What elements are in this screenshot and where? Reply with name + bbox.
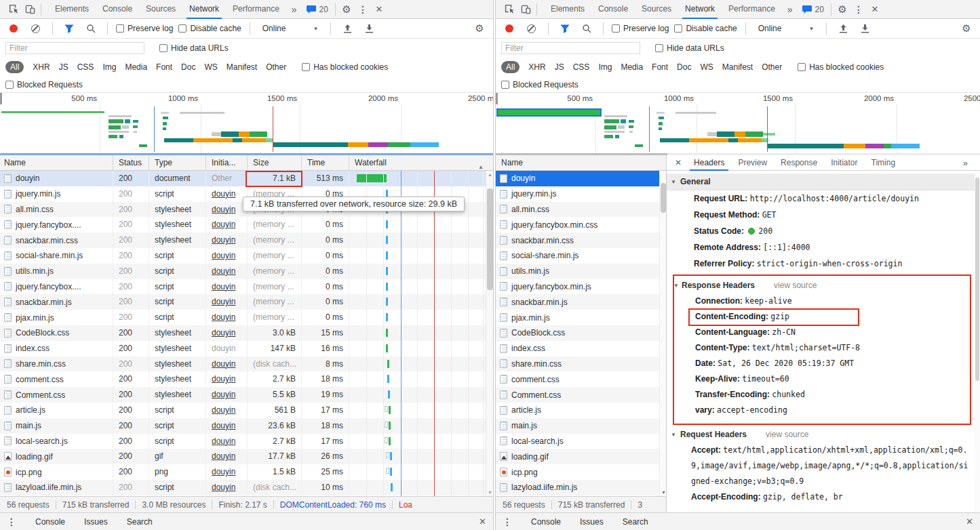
- checkbox[interactable]: [655, 44, 663, 52]
- list-item[interactable]: jquery.min.js: [496, 186, 666, 202]
- section-general[interactable]: General: [667, 174, 980, 190]
- list-item[interactable]: pjax.min.js: [496, 310, 666, 325]
- initiator-link[interactable]: douyin: [212, 467, 235, 476]
- filter-pill-xhr[interactable]: XHR: [528, 62, 545, 72]
- scroll-down-arrow[interactable]: ▼: [487, 490, 493, 495]
- scroll-down-arrow[interactable]: ▼: [661, 490, 666, 495]
- filter-pill-ws[interactable]: WS: [204, 62, 217, 72]
- checkbox[interactable]: [612, 24, 620, 33]
- inspect-element-icon[interactable]: [501, 1, 517, 18]
- list-item[interactable]: main.js: [496, 418, 666, 434]
- filter-pill-other[interactable]: Other: [266, 62, 286, 72]
- kebab-menu-icon[interactable]: ⋮: [850, 1, 867, 18]
- import-har-icon[interactable]: [339, 20, 355, 37]
- has-blocked-cookies-checkbox[interactable]: Has blocked cookies: [302, 62, 388, 72]
- filter-pill-font[interactable]: Font: [652, 62, 668, 72]
- initiator-link[interactable]: douyin: [212, 282, 235, 291]
- tab-sources[interactable]: Sources: [635, 0, 678, 19]
- table-row[interactable]: Comment.css200stylesheetdouyin5.5 kB19 m…: [0, 387, 493, 403]
- name-column-header[interactable]: Name: [496, 155, 666, 171]
- scroll-up-arrow[interactable]: ▲: [487, 172, 493, 177]
- filter-pill-manifest[interactable]: Manifest: [227, 62, 257, 72]
- table-row[interactable]: article.js200scriptdouyin561 B17 ms: [0, 403, 493, 418]
- tab-performance[interactable]: Performance: [226, 0, 286, 19]
- filter-input[interactable]: [501, 42, 640, 54]
- details-tab-initiator[interactable]: Initiator: [824, 156, 864, 170]
- clear-network-log-icon[interactable]: [31, 24, 40, 33]
- throttling-select[interactable]: Online▼: [754, 24, 819, 33]
- list-item[interactable]: snackbar.min.css: [496, 232, 666, 248]
- export-har-icon[interactable]: [857, 20, 873, 37]
- export-har-icon[interactable]: [361, 20, 377, 37]
- checkbox[interactable]: [674, 24, 682, 33]
- filter-pill-img[interactable]: Img: [598, 62, 612, 72]
- tab-network[interactable]: Network: [182, 0, 226, 19]
- list-item[interactable]: article.js: [496, 403, 666, 418]
- initiator-link[interactable]: douyin: [212, 436, 235, 446]
- filter-pill-manifest[interactable]: Manifest: [722, 62, 753, 72]
- list-item[interactable]: snackbar.min.js: [496, 294, 666, 310]
- preserve-log-checkbox[interactable]: Preserve log: [612, 24, 669, 33]
- preserve-log-checkbox[interactable]: Preserve log: [116, 24, 173, 33]
- network-overview-timeline[interactable]: 500 ms1000 ms1500 ms2000 ms2500 ms: [496, 93, 980, 153]
- table-row[interactable]: CodeBlock.css200stylesheetdouyin3.0 kB15…: [0, 325, 493, 341]
- tab-sources[interactable]: Sources: [139, 0, 182, 19]
- kebab-menu-icon[interactable]: ⋮: [355, 1, 371, 18]
- initiator-link[interactable]: douyin: [212, 374, 235, 384]
- table-row[interactable]: snackbar.min.css200stylesheetdouyin(memo…: [0, 232, 493, 248]
- list-item[interactable]: jquery.fancybox.min.css: [496, 217, 666, 232]
- filter-pill-media[interactable]: Media: [621, 62, 643, 72]
- table-row[interactable]: main.js200scriptdouyin23.6 kB18 ms: [0, 418, 493, 434]
- throttling-select[interactable]: Online▼: [258, 24, 323, 33]
- hide-data-urls-checkbox[interactable]: Hide data URLs: [655, 43, 724, 53]
- details-vertical-scrollbar[interactable]: [975, 171, 980, 512]
- checkbox[interactable]: [501, 81, 509, 89]
- table-row[interactable]: index.css200stylesheetdouyin147 kB16 ms: [0, 341, 493, 356]
- list-item[interactable]: comment.css: [496, 371, 666, 387]
- column-header-name[interactable]: Name: [0, 155, 113, 170]
- initiator-link[interactable]: douyin: [212, 266, 235, 276]
- initiator-link[interactable]: douyin: [212, 390, 235, 399]
- list-vertical-scrollbar[interactable]: ▼: [659, 171, 666, 496]
- filter-funnel-icon[interactable]: [557, 20, 573, 37]
- import-har-icon[interactable]: [835, 20, 851, 37]
- list-item[interactable]: lazyload.iife.min.js: [496, 480, 666, 495]
- drawer-close-icon[interactable]: ✕: [479, 516, 486, 527]
- view-source-link[interactable]: view source: [774, 281, 817, 290]
- search-icon[interactable]: [83, 20, 99, 37]
- network-settings-gear-icon[interactable]: ⚙: [958, 20, 975, 37]
- checkbox[interactable]: [302, 63, 310, 71]
- drawer-kebab-menu-icon[interactable]: ⋮: [7, 516, 16, 527]
- more-tabs-chevron[interactable]: »: [286, 4, 302, 15]
- issues-badge[interactable]: 20: [798, 5, 828, 14]
- details-tab-preview[interactable]: Preview: [731, 156, 774, 170]
- filter-pill-media[interactable]: Media: [125, 62, 147, 72]
- close-devtools-icon[interactable]: ✕: [867, 1, 883, 18]
- filter-pill-css[interactable]: CSS: [573, 62, 590, 72]
- scrollbar-thumb[interactable]: [661, 183, 666, 213]
- table-row[interactable]: pjax.min.js200scriptdouyin(memory ...0 m…: [0, 310, 493, 325]
- list-item[interactable]: utils.min.js: [496, 264, 666, 279]
- drawer-tab-issues[interactable]: Issues: [84, 517, 108, 527]
- blocked-requests-checkbox[interactable]: Blocked Requests: [501, 80, 579, 89]
- checkbox[interactable]: [798, 63, 806, 71]
- list-item[interactable]: Comment.css: [496, 387, 666, 403]
- tab-performance[interactable]: Performance: [722, 0, 782, 19]
- record-network-log-button[interactable]: [9, 24, 18, 33]
- tab-network[interactable]: Network: [678, 0, 722, 19]
- list-item[interactable]: icp.png: [496, 464, 666, 480]
- details-more-tabs-chevron[interactable]: »: [963, 158, 975, 168]
- initiator-link[interactable]: douyin: [212, 205, 235, 214]
- tab-console[interactable]: Console: [96, 0, 139, 19]
- filter-pill-other[interactable]: Other: [762, 62, 782, 72]
- inspect-element-icon[interactable]: [5, 1, 22, 18]
- view-source-link[interactable]: view source: [766, 430, 808, 439]
- details-tab-response[interactable]: Response: [774, 156, 824, 170]
- scrollbar-thumb[interactable]: [975, 178, 979, 381]
- clear-network-log-icon[interactable]: [527, 24, 536, 33]
- initiator-link[interactable]: douyin: [212, 235, 235, 245]
- drawer-tab-search[interactable]: Search: [127, 517, 153, 527]
- table-row[interactable]: comment.css200stylesheetdouyin2.7 kB18 m…: [0, 371, 493, 387]
- drawer-close-icon[interactable]: ✕: [966, 516, 973, 527]
- filter-pill-all[interactable]: All: [5, 61, 24, 73]
